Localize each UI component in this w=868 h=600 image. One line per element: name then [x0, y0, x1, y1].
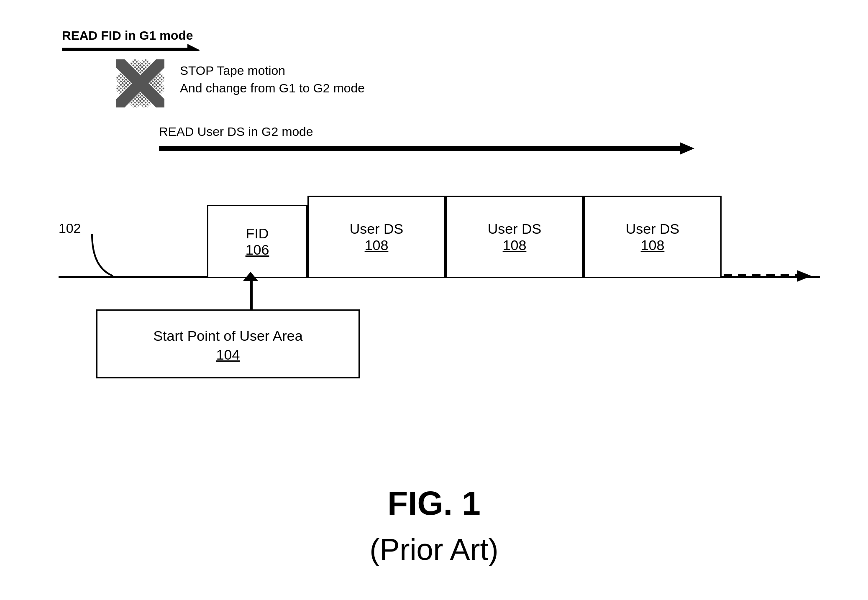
figure-title: FIG. 1 — [0, 484, 868, 523]
user-ds-number-2: 108 — [503, 237, 527, 253]
start-point-number: 104 — [216, 347, 240, 363]
user-ds-block-3: User DS 108 — [584, 196, 722, 278]
user-ds-label-3: User DS — [626, 221, 679, 237]
svg-marker-15 — [797, 270, 812, 282]
diagram: READ FID in G1 mode STOP Tape motion And… — [0, 0, 868, 600]
x-mark-icon — [116, 59, 164, 107]
prior-art-label: (Prior Art) — [0, 532, 868, 567]
vertical-arrow-head — [243, 272, 258, 281]
fid-label: FID — [246, 225, 269, 242]
curve-102 — [67, 230, 121, 284]
svg-marker-13 — [680, 142, 694, 155]
user-ds-label-2: User DS — [488, 221, 541, 237]
read-fid-label: READ FID in G1 mode — [62, 28, 193, 43]
vertical-arrow-line — [250, 279, 253, 311]
fid-number: 106 — [246, 242, 269, 258]
read-user-ds-arrow — [159, 140, 694, 157]
user-ds-label-1: User DS — [350, 221, 403, 237]
stop-tape-label: STOP Tape motion And change from G1 to G… — [180, 62, 365, 97]
read-user-ds-label: READ User DS in G2 mode — [159, 125, 313, 139]
user-ds-number-3: 108 — [641, 237, 665, 253]
start-point-box: Start Point of User Area 104 — [96, 309, 360, 378]
fid-block: FID 106 — [207, 205, 307, 278]
svg-marker-1 — [187, 44, 200, 51]
user-ds-number-1: 108 — [365, 237, 389, 253]
user-ds-block-2: User DS 108 — [446, 196, 584, 278]
start-point-label: Start Point of User Area — [153, 325, 302, 347]
read-fid-arrow — [62, 42, 200, 51]
dashed-arrow — [724, 267, 816, 285]
user-ds-block-1: User DS 108 — [307, 196, 446, 278]
